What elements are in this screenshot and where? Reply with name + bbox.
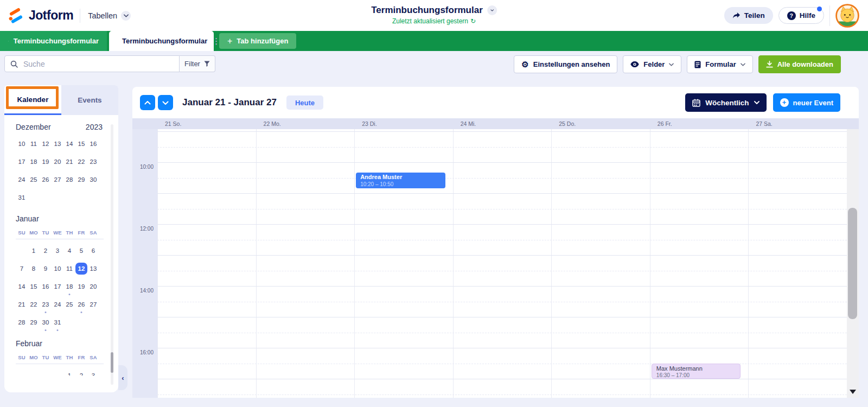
help-button[interactable]: ? Hilfe <box>778 7 824 24</box>
download-all-button[interactable]: Alle downloaden <box>758 55 841 73</box>
mini-day-7[interactable]: 7 <box>16 263 28 275</box>
form-button[interactable]: Formular <box>687 55 752 73</box>
mini-day-14[interactable]: 14 <box>63 138 75 150</box>
mini-day-31[interactable]: 31 <box>16 192 28 204</box>
today-button[interactable]: Heute <box>286 96 323 110</box>
next-week-button[interactable] <box>158 95 173 110</box>
sidebar-collapse-button[interactable]: ‹ <box>118 365 127 390</box>
mini-day-23[interactable]: 23 <box>40 298 52 310</box>
mini-day-1[interactable]: 1 <box>28 245 40 257</box>
mini-day-13[interactable]: 13 <box>52 138 63 150</box>
tabellen-dropdown[interactable]: Tabellen <box>87 9 132 23</box>
mini-day-4[interactable]: 4 <box>63 245 75 257</box>
event-dot <box>81 311 82 313</box>
mini-day-11[interactable]: 11 <box>63 263 75 275</box>
day-column-2[interactable] <box>354 129 453 398</box>
sidebar-tab-events[interactable]: Events <box>61 85 118 115</box>
day-column-3[interactable] <box>453 129 552 398</box>
mini-day-22[interactable]: 22 <box>75 156 87 168</box>
mini-day-19[interactable]: 19 <box>40 156 52 168</box>
mini-day-28[interactable]: 28 <box>63 174 75 186</box>
tab-options-icon[interactable]: ⋮ <box>212 37 220 45</box>
gear-icon: ⚙ <box>521 60 528 68</box>
mini-day-3[interactable]: 3 <box>87 370 99 376</box>
mini-day-27[interactable]: 27 <box>87 298 99 310</box>
mini-day-23[interactable]: 23 <box>87 156 99 168</box>
mini-day-25[interactable]: 25 <box>28 174 40 186</box>
mini-day-9[interactable]: 9 <box>40 263 52 275</box>
mini-day-20[interactable]: 20 <box>87 281 99 292</box>
mini-day-5[interactable]: 5 <box>75 245 87 257</box>
mini-day-20[interactable]: 20 <box>52 156 63 168</box>
day-column-6[interactable] <box>748 129 847 398</box>
mini-day-2[interactable]: 2 <box>40 245 52 257</box>
mini-day-12[interactable]: 12 <box>40 138 52 150</box>
mini-day-25[interactable]: 25 <box>63 298 75 310</box>
sidebar-scrollbar[interactable] <box>111 124 113 385</box>
jotform-logo[interactable]: Jotform <box>8 8 73 24</box>
sidebar-tab-kalender[interactable]: Kalender <box>4 85 61 115</box>
mini-day-13[interactable]: 13 <box>87 263 99 275</box>
mini-day-31[interactable]: 31 <box>52 316 63 328</box>
fields-button[interactable]: Felder <box>623 55 681 73</box>
settings-button[interactable]: ⚙ Einstellungen ansehen <box>514 55 617 73</box>
mini-day-2[interactable]: 2 <box>75 370 87 376</box>
mini-day-19[interactable]: 19 <box>75 281 87 292</box>
scrollbar-thumb[interactable] <box>848 208 857 319</box>
tab-terminbuchungsformular-calendar[interactable]: Terminbuchungsformular ⋮ <box>109 31 214 51</box>
mini-day-26[interactable]: 26 <box>75 298 87 310</box>
mini-day-30[interactable]: 30 <box>87 174 99 186</box>
search-input[interactable] <box>22 59 174 69</box>
add-tab-label: Tab hinzufügen <box>237 37 288 45</box>
share-button[interactable]: Teilen <box>724 7 773 24</box>
mini-day-27[interactable]: 27 <box>52 174 63 186</box>
mini-day-18[interactable]: 18 <box>28 156 40 168</box>
mini-day-14[interactable]: 14 <box>16 281 28 292</box>
mini-day-16[interactable]: 16 <box>40 281 52 292</box>
prev-week-button[interactable] <box>140 95 155 110</box>
mini-day-24[interactable]: 24 <box>52 298 63 310</box>
mini-day-15[interactable]: 15 <box>28 281 40 292</box>
mini-day-10[interactable]: 10 <box>16 138 28 150</box>
mini-day-29[interactable]: 29 <box>75 174 87 186</box>
add-tab-button[interactable]: + Tab hinzufügen <box>219 33 296 49</box>
day-column-1[interactable] <box>256 129 355 398</box>
mini-day-24[interactable]: 24 <box>16 174 28 186</box>
mini-day-3[interactable]: 3 <box>52 245 63 257</box>
mini-day-17[interactable]: 17 <box>52 281 63 292</box>
month-name: Januar <box>16 214 39 223</box>
mini-day-18[interactable]: 18 <box>63 281 75 292</box>
user-avatar[interactable] <box>835 4 859 28</box>
scrollbar-thumb[interactable] <box>111 352 113 373</box>
new-event-button[interactable]: + neuer Event <box>773 93 840 112</box>
mini-day-30[interactable]: 30 <box>40 316 52 328</box>
mini-day-21[interactable]: 21 <box>63 156 75 168</box>
mini-day-11[interactable]: 11 <box>28 138 40 150</box>
mini-day-8[interactable]: 8 <box>28 263 40 275</box>
mini-day-17[interactable]: 17 <box>16 156 28 168</box>
day-column-4[interactable] <box>551 129 650 398</box>
tab-terminbuchungsformular-table[interactable]: Terminbuchungsformular <box>0 31 107 51</box>
title-chevron-button[interactable] <box>487 5 497 15</box>
calendar-event[interactable]: Andrea Muster10:20 – 10:50 <box>356 173 445 188</box>
scroll-down-icon[interactable] <box>850 390 856 394</box>
view-mode-dropdown[interactable]: Wöchentlich <box>685 93 766 112</box>
mini-day-29[interactable]: 29 <box>28 316 40 328</box>
mini-day-10[interactable]: 10 <box>52 263 63 275</box>
mini-day-28[interactable]: 28 <box>16 316 28 328</box>
mini-day-1[interactable]: 1 <box>63 370 75 376</box>
weekday-divider <box>16 239 104 239</box>
weekday-label: WE <box>52 354 63 360</box>
mini-day-15[interactable]: 15 <box>75 138 87 150</box>
mini-day-26[interactable]: 26 <box>40 174 52 186</box>
day-column-0[interactable] <box>157 129 256 398</box>
calendar-event[interactable]: Max Mustermann16:30 – 17:00 <box>652 364 741 379</box>
mini-day-16[interactable]: 16 <box>87 138 99 150</box>
mini-day-21[interactable]: 21 <box>16 298 28 310</box>
mini-day-12[interactable]: 12 <box>75 263 87 275</box>
mini-day-6[interactable]: 6 <box>87 245 99 257</box>
day-column-5[interactable] <box>650 129 749 398</box>
mini-day-22[interactable]: 22 <box>28 298 40 310</box>
calendar-scrollbar[interactable] <box>847 129 859 398</box>
filter-button[interactable]: Filter <box>180 55 215 72</box>
